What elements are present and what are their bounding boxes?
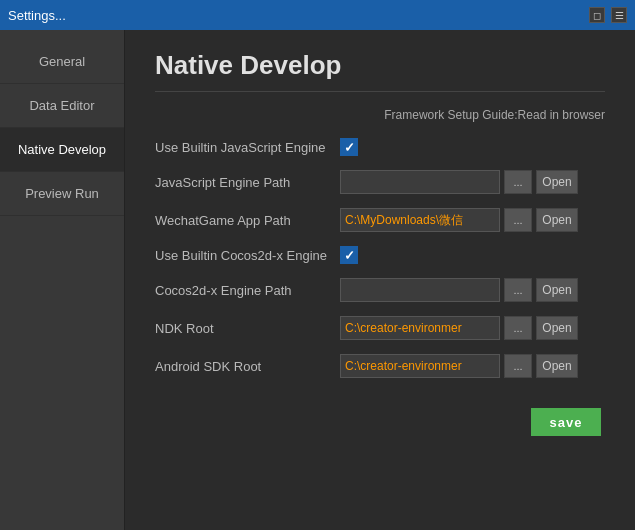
label-cocos-engine-path: Cocos2d-x Engine Path: [155, 283, 340, 298]
label-js-engine-path: JavaScript Engine Path: [155, 175, 340, 190]
page-title: Native Develop: [155, 50, 605, 92]
dots-btn-js-engine[interactable]: ...: [504, 170, 532, 194]
row-cocos-engine-path: Cocos2d-x Engine Path ... Open: [155, 278, 605, 302]
input-cocos-engine-path[interactable]: [340, 278, 500, 302]
label-use-builtin-cocos: Use Builtin Cocos2d-x Engine: [155, 248, 340, 263]
open-btn-wechatgame[interactable]: Open: [536, 208, 578, 232]
save-button[interactable]: save: [531, 408, 601, 436]
sidebar: General Data Editor Native Develop Previ…: [0, 30, 125, 530]
checkbox-use-builtin-cocos[interactable]: ✓: [340, 246, 358, 264]
open-btn-android[interactable]: Open: [536, 354, 578, 378]
dots-btn-android[interactable]: ...: [504, 354, 532, 378]
menu-btn[interactable]: ☰: [611, 7, 627, 23]
label-android-sdk-root: Android SDK Root: [155, 359, 340, 374]
row-android-sdk-root: Android SDK Root ... Open: [155, 354, 605, 378]
dots-btn-ndk[interactable]: ...: [504, 316, 532, 340]
title-bar-controls: ◻ ☰: [589, 7, 627, 23]
title-bar-title: Settings...: [8, 8, 66, 23]
guide-link[interactable]: Framework Setup Guide:Read in browser: [155, 108, 605, 122]
row-ndk-root: NDK Root ... Open: [155, 316, 605, 340]
row-js-engine-path: JavaScript Engine Path ... Open: [155, 170, 605, 194]
row-use-builtin-cocos: Use Builtin Cocos2d-x Engine ✓: [155, 246, 605, 264]
sidebar-item-preview-run[interactable]: Preview Run: [0, 172, 124, 216]
footer: save: [155, 408, 605, 436]
row-wechatgame-app-path: WechatGame App Path ... Open: [155, 208, 605, 232]
row-use-builtin-js: Use Builtin JavaScript Engine ✓: [155, 138, 605, 156]
label-wechatgame-app-path: WechatGame App Path: [155, 213, 340, 228]
dots-btn-wechatgame[interactable]: ...: [504, 208, 532, 232]
dots-btn-cocos[interactable]: ...: [504, 278, 532, 302]
open-btn-js-engine[interactable]: Open: [536, 170, 578, 194]
input-wechatgame-app-path[interactable]: [340, 208, 500, 232]
sidebar-item-data-editor[interactable]: Data Editor: [0, 84, 124, 128]
content-area: Native Develop Framework Setup Guide:Rea…: [125, 30, 635, 530]
open-btn-ndk[interactable]: Open: [536, 316, 578, 340]
sidebar-item-general[interactable]: General: [0, 40, 124, 84]
title-bar: Settings... ◻ ☰: [0, 0, 635, 30]
label-ndk-root: NDK Root: [155, 321, 340, 336]
label-use-builtin-js: Use Builtin JavaScript Engine: [155, 140, 340, 155]
sidebar-item-native-develop[interactable]: Native Develop: [0, 128, 124, 172]
input-ndk-root[interactable]: [340, 316, 500, 340]
open-btn-cocos[interactable]: Open: [536, 278, 578, 302]
checkbox-use-builtin-js[interactable]: ✓: [340, 138, 358, 156]
input-js-engine-path[interactable]: [340, 170, 500, 194]
restore-btn[interactable]: ◻: [589, 7, 605, 23]
input-android-sdk-root[interactable]: [340, 354, 500, 378]
